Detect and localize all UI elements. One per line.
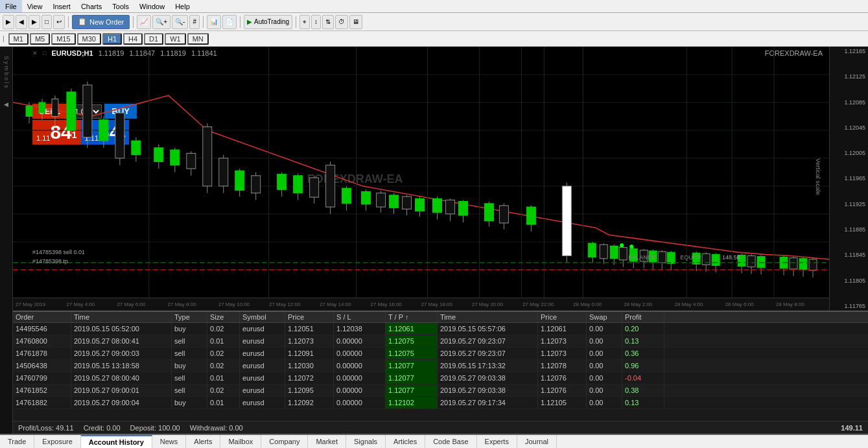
cell-tp: 1.12075 xyxy=(386,348,438,359)
price-level-4: 1.12005 xyxy=(830,150,868,156)
sidebar-collapse-btn[interactable]: ◀ xyxy=(4,101,8,108)
cell-order: 14761852 xyxy=(13,384,71,396)
svg-rect-30 xyxy=(187,153,196,169)
new-order-button[interactable]: 📋 New Order xyxy=(72,15,130,29)
tab-mailbox[interactable]: Mailbox xyxy=(220,435,261,448)
toolbar-grid[interactable]: # xyxy=(189,15,200,29)
toolbar-indicators[interactable]: 📊 xyxy=(207,15,221,29)
menu-file[interactable]: File xyxy=(0,0,22,12)
separator-2 xyxy=(133,16,134,28)
toolbar-extra-1[interactable]: ⌖ xyxy=(299,15,310,29)
time-3: 27 May 8:00 xyxy=(168,301,218,307)
menu-charts[interactable]: Charts xyxy=(76,0,107,12)
separator-3 xyxy=(203,16,204,28)
table-row: 14506438 2019.05.15 13:18:58 buy 0.02 eu… xyxy=(13,360,868,372)
toolbar-btn-4[interactable]: ↩ xyxy=(53,15,65,29)
col-profit: Profit xyxy=(622,312,664,322)
footer-left: Profit/Loss: 49.11 Credit: 0.00 Deposit:… xyxy=(18,424,243,432)
main-toolbar: ▶ ◀ ▶ □ ↩ 📋 New Order 📈 🔍+ 🔍- # 📊 📄 ▶ Au… xyxy=(0,13,868,31)
svg-rect-13 xyxy=(52,99,58,117)
col-time2: Time xyxy=(438,312,538,322)
cell-size: 0.02 xyxy=(207,348,240,359)
tf-m1[interactable]: M1 xyxy=(8,33,29,45)
new-order-label: New Order xyxy=(89,18,124,26)
cell-type: buy xyxy=(172,397,207,408)
svg-rect-111 xyxy=(747,256,755,267)
svg-rect-70 xyxy=(484,204,493,221)
cell-price: 1.12072 xyxy=(285,372,334,384)
chart-main[interactable]: ✕ □ EURUSD;H1 1.11819 1.11847 1.11819 1.… xyxy=(13,47,868,311)
cell-profit: -0.04 xyxy=(622,372,664,384)
time-7: 27 May 16:00 xyxy=(370,301,421,307)
tab-account-history[interactable]: Account History xyxy=(81,435,152,448)
price-level-1: 1.12125 xyxy=(830,73,868,80)
svg-rect-106 xyxy=(712,254,720,265)
menu-tools[interactable]: Tools xyxy=(107,0,134,12)
tab-code-base[interactable]: Code Base xyxy=(425,435,476,448)
toolbar-btn-1[interactable]: ▶ xyxy=(3,15,14,29)
price-level-6: 1.11925 xyxy=(830,201,868,207)
tab-company[interactable]: Company xyxy=(261,435,308,448)
tab-exposure[interactable]: Exposure xyxy=(34,435,80,448)
menu-help[interactable]: Help xyxy=(170,0,195,12)
time-axis: 27 May 2019 27 May 4:00 27 May 6:00 27 M… xyxy=(13,298,829,311)
autotrading-button[interactable]: ▶ AutoTrading xyxy=(244,15,292,29)
menu-window[interactable]: Window xyxy=(134,0,170,12)
toolbar-extra-5[interactable]: 🖥 xyxy=(349,15,362,29)
tab-experts[interactable]: Experts xyxy=(477,435,517,448)
toolbar-zoom-out[interactable]: 🔍- xyxy=(172,15,188,29)
cell-sl: 0.00000 xyxy=(334,360,386,371)
tab-signals[interactable]: Signals xyxy=(346,435,386,448)
toolbar-btn-back[interactable]: ◀ xyxy=(16,15,27,29)
deposit: Deposit: 100.00 xyxy=(130,424,180,432)
toolbar-zoom-in[interactable]: 🔍+ xyxy=(152,15,170,29)
main-area: S y m b o l s ◀ ✕ □ EURUSD;H1 1.11819 1.… xyxy=(0,47,868,434)
menu-insert[interactable]: Insert xyxy=(47,0,76,12)
new-order-icon: 📋 xyxy=(78,18,87,26)
tf-h1[interactable]: H1 xyxy=(102,33,122,45)
time-15: 28 May 8:00 xyxy=(776,301,827,307)
tab-trade[interactable]: Trade xyxy=(0,435,34,448)
cell-order: 14761878 xyxy=(13,348,71,359)
cell-price2: 1.12061 xyxy=(538,323,587,335)
toolbar-templates[interactable]: 📄 xyxy=(222,15,237,29)
toolbar-btn-3[interactable]: □ xyxy=(41,15,52,29)
credit: Credit: 0.00 xyxy=(84,424,121,432)
cell-profit: 0.38 xyxy=(622,384,664,396)
menu-view[interactable]: View xyxy=(22,0,48,12)
svg-rect-9 xyxy=(26,106,32,116)
toolbar-btn-forward[interactable]: ▶ xyxy=(29,15,40,29)
tf-m30[interactable]: M30 xyxy=(77,33,101,45)
tf-d1[interactable]: D1 xyxy=(144,33,163,45)
cell-time2: 2019.05.27 09:17:34 xyxy=(438,397,538,408)
price-level-5: 1.11965 xyxy=(830,175,868,182)
tf-m5[interactable]: M5 xyxy=(30,33,50,45)
svg-rect-83 xyxy=(600,244,607,259)
toolbar-extra-2[interactable]: ↕ xyxy=(311,15,321,29)
cell-profit: 0.20 xyxy=(622,323,664,335)
tab-news[interactable]: News xyxy=(152,435,187,448)
svg-rect-49 xyxy=(342,188,351,204)
tab-market[interactable]: Market xyxy=(308,435,346,448)
price-level-10: 1.11765 xyxy=(830,303,868,309)
tab-alerts[interactable]: Alerts xyxy=(186,435,220,448)
cell-price2: 1.12076 xyxy=(538,384,587,396)
svg-rect-67 xyxy=(458,202,467,216)
tf-mn[interactable]: MN xyxy=(187,33,209,45)
price-level-0: 1.12165 xyxy=(830,48,868,54)
cell-symbol: eurusd xyxy=(240,384,285,396)
toolbar-chart-btn[interactable]: 📈 xyxy=(137,15,151,29)
svg-rect-17 xyxy=(83,85,92,137)
svg-rect-65 xyxy=(445,200,454,215)
col-price: Price xyxy=(285,312,334,322)
table-header-row: Order Time Type Size Symbol Price S / L … xyxy=(13,312,868,323)
tf-h4[interactable]: H4 xyxy=(123,33,143,45)
tab-journal[interactable]: Journal xyxy=(517,435,557,448)
toolbar-extra-3[interactable]: ⇅ xyxy=(322,15,334,29)
time-1: 27 May 4:00 xyxy=(66,301,117,307)
toolbar-extra-4[interactable]: ⏱ xyxy=(335,15,348,29)
tf-w1[interactable]: W1 xyxy=(165,33,186,45)
tf-m15[interactable]: M15 xyxy=(51,33,75,45)
cell-price2: 1.12078 xyxy=(538,360,587,371)
tab-articles[interactable]: Articles xyxy=(386,435,425,448)
